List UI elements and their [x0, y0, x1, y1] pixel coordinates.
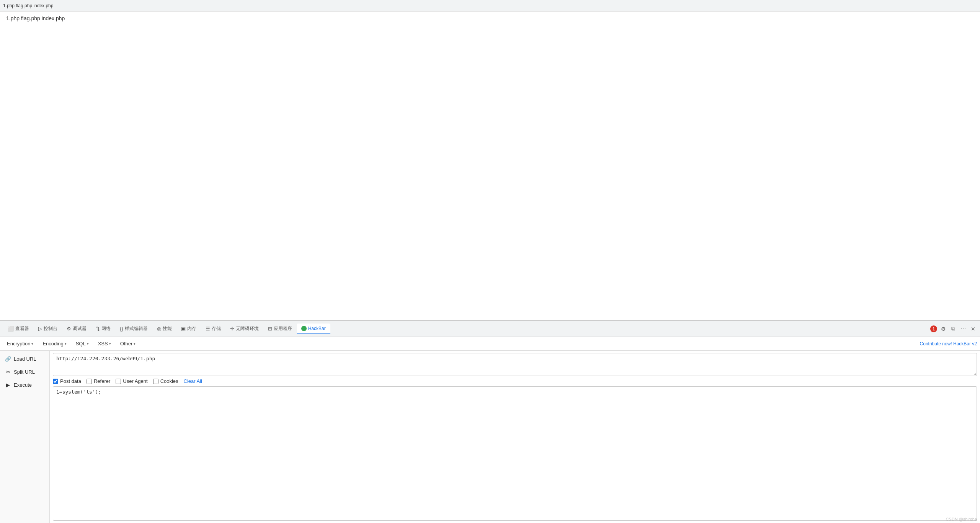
- storage-icon: ☰: [206, 326, 210, 332]
- cookies-checkbox[interactable]: [153, 379, 158, 384]
- user-agent-checkbox[interactable]: [116, 379, 121, 384]
- post-data-input[interactable]: [53, 386, 977, 521]
- hackbar-toolbar: Encryption ▾ Encoding ▾ SQL ▾ XSS ▾ Othe…: [0, 337, 980, 351]
- contribute-link[interactable]: Contribute now! HackBar v2: [920, 341, 977, 346]
- referer-checkbox[interactable]: [87, 379, 92, 384]
- xss-label: XSS: [98, 341, 108, 346]
- load-url-icon: 🔗: [5, 355, 11, 362]
- split-url-label: Split URL: [14, 369, 35, 375]
- devtools-panel: ⬜ 查看器 ▷ 控制台 ⚙ 调试器 ⇅ 网络 {} 样式编辑器 ◎ 性能 ▣ 内…: [0, 320, 980, 523]
- sql-menu-btn[interactable]: SQL ▾: [72, 339, 93, 348]
- execute-button[interactable]: ▶ Execute: [2, 379, 48, 391]
- post-data-row: Post data Referer User Agent Cookies Cle…: [53, 378, 977, 384]
- user-agent-label: User Agent: [123, 378, 147, 384]
- load-url-label: Load URL: [14, 356, 36, 362]
- app-icon: ⊞: [268, 326, 272, 332]
- style-editor-icon: {}: [120, 326, 123, 332]
- other-label: Other: [120, 341, 133, 346]
- tab-debugger[interactable]: ⚙ 调试器: [62, 323, 91, 334]
- devtools-settings-btn[interactable]: ⚙: [939, 325, 947, 333]
- watermark: CSDN @shiroha: [946, 517, 977, 521]
- post-data-checkbox[interactable]: [53, 379, 58, 384]
- encryption-arrow-icon: ▾: [31, 342, 33, 346]
- tab-accessibility-label: 无障碍环境: [236, 325, 259, 332]
- encoding-label: Encoding: [42, 341, 63, 346]
- tab-inspector-label: 查看器: [15, 325, 29, 332]
- memory-icon: ▣: [181, 326, 186, 332]
- cookies-label: Cookies: [160, 378, 178, 384]
- debugger-icon: ⚙: [67, 326, 71, 332]
- hackbar-dot-icon: [301, 326, 307, 331]
- split-url-icon: ✂: [5, 368, 11, 375]
- xss-arrow-icon: ▾: [109, 342, 111, 346]
- load-url-button[interactable]: 🔗 Load URL: [2, 353, 48, 364]
- status-badge: 1: [930, 325, 937, 332]
- tab-hackbar-label: HackBar: [308, 326, 326, 331]
- post-data-checkbox-label[interactable]: Post data: [53, 378, 81, 384]
- tab-memory-label: 内存: [187, 325, 196, 332]
- tab-performance-label: 性能: [163, 325, 172, 332]
- page-content-text: 1.php flag.php index.php: [6, 15, 65, 21]
- hackbar-content: Post data Referer User Agent Cookies Cle…: [50, 351, 980, 523]
- main-content: 1.php flag.php index.php: [0, 11, 980, 320]
- hackbar-body: 🔗 Load URL ✂ Split URL ▶ Execute Post da…: [0, 351, 980, 523]
- devtools-dock-btn[interactable]: ⧉: [949, 325, 957, 333]
- console-icon: ▷: [38, 326, 42, 332]
- tab-storage-label: 存储: [212, 325, 221, 332]
- tab-hackbar[interactable]: HackBar: [297, 324, 330, 334]
- tab-network-label: 网络: [101, 325, 111, 332]
- execute-icon: ▶: [5, 381, 11, 388]
- browser-topbar: 1.php flag.php index.php: [0, 0, 980, 11]
- browser-topbar-text: 1.php flag.php index.php: [3, 3, 53, 8]
- tab-style-editor[interactable]: {} 样式编辑器: [115, 323, 152, 334]
- clear-all-link[interactable]: Clear All: [184, 378, 202, 384]
- devtools-more-btn[interactable]: ···: [959, 325, 967, 333]
- cookies-checkbox-label[interactable]: Cookies: [153, 378, 178, 384]
- url-input[interactable]: [53, 353, 977, 376]
- devtools-close-btn[interactable]: ✕: [969, 325, 977, 333]
- split-url-button[interactable]: ✂ Split URL: [2, 366, 48, 378]
- hackbar-sidebar: 🔗 Load URL ✂ Split URL ▶ Execute: [0, 351, 50, 523]
- xss-menu-btn[interactable]: XSS ▾: [94, 339, 115, 348]
- encryption-label: Encryption: [7, 341, 30, 346]
- other-arrow-icon: ▾: [134, 342, 136, 346]
- sql-label: SQL: [76, 341, 86, 346]
- tab-debugger-label: 调试器: [73, 325, 87, 332]
- tab-accessibility[interactable]: ✛ 无障碍环境: [225, 323, 263, 334]
- tab-console[interactable]: ▷ 控制台: [34, 323, 62, 334]
- tab-console-label: 控制台: [44, 325, 57, 332]
- referer-checkbox-label[interactable]: Referer: [87, 378, 110, 384]
- encryption-menu-btn[interactable]: Encryption ▾: [3, 339, 37, 348]
- accessibility-icon: ✛: [230, 326, 234, 332]
- performance-icon: ◎: [157, 326, 161, 332]
- tab-storage[interactable]: ☰ 存储: [201, 323, 225, 334]
- inspector-icon: ⬜: [8, 326, 14, 332]
- devtools-tab-right: 1 ⚙ ⧉ ··· ✕: [930, 325, 977, 333]
- encoding-arrow-icon: ▾: [65, 342, 67, 346]
- sql-arrow-icon: ▾: [87, 342, 89, 346]
- tab-style-editor-label: 样式编辑器: [125, 325, 148, 332]
- tab-memory[interactable]: ▣ 内存: [176, 323, 201, 334]
- post-data-label: Post data: [60, 378, 81, 384]
- encoding-menu-btn[interactable]: Encoding ▾: [39, 339, 70, 348]
- referer-label: Referer: [94, 378, 110, 384]
- execute-label: Execute: [14, 382, 32, 388]
- tab-inspector[interactable]: ⬜ 查看器: [3, 323, 34, 334]
- other-menu-btn[interactable]: Other ▾: [116, 339, 140, 348]
- tab-network[interactable]: ⇅ 网络: [91, 323, 115, 334]
- network-icon: ⇅: [96, 326, 100, 332]
- devtools-tabbar: ⬜ 查看器 ▷ 控制台 ⚙ 调试器 ⇅ 网络 {} 样式编辑器 ◎ 性能 ▣ 内…: [0, 321, 980, 337]
- tab-app[interactable]: ⊞ 应用程序: [263, 323, 297, 334]
- tab-app-label: 应用程序: [274, 325, 292, 332]
- user-agent-checkbox-label[interactable]: User Agent: [116, 378, 147, 384]
- tab-performance[interactable]: ◎ 性能: [152, 323, 176, 334]
